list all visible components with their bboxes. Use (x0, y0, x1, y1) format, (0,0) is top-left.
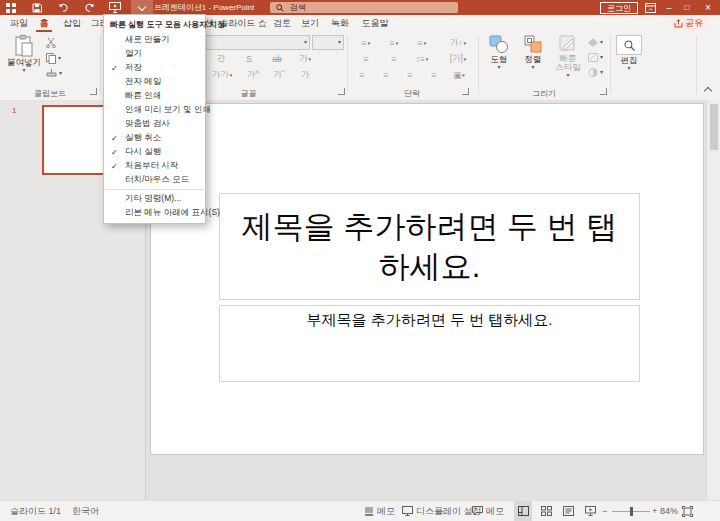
arrange-button[interactable]: 정렬 ▾ (518, 35, 548, 70)
ribbon-display-options-icon[interactable] (644, 2, 656, 13)
paragraph-dialog-launcher[interactable] (462, 88, 469, 95)
powerpoint-window: 프레젠테이션1 - PowerPoint 로그인 – □ × 파일 홈 삽입 그… (0, 0, 720, 521)
drawing-dialog-launcher[interactable] (600, 88, 607, 95)
app-grid-icon[interactable] (5, 2, 17, 13)
align-left-button[interactable]: ≡ (352, 68, 372, 82)
align-center-button[interactable]: ≡ (376, 68, 396, 82)
login-button[interactable]: 로그인 (600, 2, 638, 14)
font-dialog-launcher[interactable] (338, 88, 345, 95)
format-painter-icon[interactable]: ▾ (46, 68, 62, 78)
tab-review[interactable]: 검토 (270, 15, 294, 32)
check-icon: ✓ (111, 64, 118, 73)
qat-menu-header: 빠른 실행 도구 모음 사용자 지정 (104, 15, 205, 33)
menu-item-new[interactable]: 새로 만들기 (104, 33, 205, 47)
undo-icon[interactable] (57, 2, 69, 13)
maximize-button[interactable]: □ (678, 0, 696, 15)
qat-customize-menu: 빠른 실행 도구 모음 사용자 지정 새로 만들기 열기 ✓저장 전자 메일 빠… (103, 14, 206, 224)
change-case-button[interactable]: 가가▾ (208, 68, 236, 82)
menu-item-more-commands[interactable]: 기타 명령(M)... (104, 192, 205, 206)
notes-button[interactable]: 메모 (364, 501, 395, 521)
fit-to-window-button[interactable] (682, 501, 693, 521)
slide[interactable]: 제목을 추가하려면 두 번 탭하세요. 부제목을 추가하려면 두 번 탭하세요. (150, 103, 704, 455)
search-box[interactable] (270, 2, 458, 13)
tab-view[interactable]: 보기 (298, 15, 322, 32)
tab-record[interactable]: 녹화 (328, 15, 352, 32)
decrease-indent-button[interactable]: ≡ (354, 52, 378, 66)
redo-icon[interactable] (83, 2, 95, 13)
menu-item-start-from-beginning[interactable]: ✓처음부터 시작 (104, 159, 205, 173)
title-placeholder[interactable]: 제목을 추가하려면 두 번 탭하세요. (219, 193, 640, 300)
shapes-button[interactable]: 도형 ▾ (484, 35, 514, 70)
zoom-in-button[interactable]: + (652, 501, 657, 521)
comments-button[interactable]: 메모 (472, 501, 504, 521)
text-direction-button[interactable]: 가↓▾ (444, 36, 472, 50)
tab-file[interactable]: 파일 (6, 15, 32, 32)
language-indicator[interactable]: 한국어 (72, 501, 99, 521)
align-text-button[interactable]: [가]▾ (444, 52, 472, 66)
strikethrough-button[interactable]: ab (266, 52, 288, 66)
align-right-button[interactable]: ≡ (400, 68, 420, 82)
menu-item-open[interactable]: 열기 (104, 47, 205, 61)
copy-button[interactable]: ▾ (46, 53, 61, 64)
scrollbar-thumb[interactable] (710, 104, 718, 150)
normal-view-button[interactable] (514, 501, 532, 521)
bullets-button[interactable]: ≡▾ (354, 36, 378, 50)
menu-item-print-preview[interactable]: 인쇄 미리 보기 및 인쇄 (104, 103, 205, 117)
font-size-combobox[interactable]: ▾ (312, 35, 344, 50)
zoom-out-button[interactable]: − (602, 501, 607, 521)
increase-indent-button[interactable]: ≡ (382, 52, 406, 66)
share-icon (674, 19, 683, 28)
save-icon[interactable] (31, 2, 43, 13)
tab-insert[interactable]: 삽입 (58, 15, 86, 32)
slide-sorter-view-button[interactable] (537, 501, 555, 521)
underline-button[interactable]: 간 (210, 52, 232, 66)
shapes-icon (489, 35, 509, 54)
menu-item-save[interactable]: ✓저장 (104, 61, 205, 75)
window-title: 프레젠테이션1 - PowerPoint (148, 0, 260, 15)
line-spacing-button[interactable]: ↕≡▾ (410, 52, 434, 66)
start-from-beginning-icon[interactable] (109, 2, 121, 13)
chevron-down-icon (138, 2, 146, 10)
reading-view-button[interactable] (559, 501, 577, 521)
convert-to-smartart-button[interactable]: ▣▾ (446, 68, 472, 82)
shape-fill-button: ▾ (588, 38, 603, 47)
decrease-font-size-button[interactable]: 가ˇ (268, 68, 290, 82)
clear-formatting-button[interactable]: 가 (294, 68, 316, 82)
menu-item-redo[interactable]: ✓다시 실행 (104, 145, 205, 159)
menu-item-touch-mouse-mode[interactable]: 터치/마우스 모드 (104, 173, 205, 187)
minimize-button[interactable]: – (660, 0, 678, 15)
slide-number: 1 (12, 106, 16, 115)
character-spacing-button[interactable]: 가▾ (292, 52, 318, 66)
menu-item-email[interactable]: 전자 메일 (104, 75, 205, 89)
multilevel-list-button[interactable]: ≡▾ (410, 36, 434, 50)
check-icon: ✓ (111, 162, 118, 171)
slideshow-button[interactable] (581, 501, 599, 521)
vertical-scrollbar[interactable] (706, 100, 720, 500)
search-input[interactable] (288, 2, 442, 13)
close-button[interactable]: × (698, 0, 718, 15)
tab-home[interactable]: 홈 (34, 15, 54, 32)
clipboard-dialog-launcher[interactable] (90, 88, 97, 95)
paste-button[interactable]: 붙여넣기 ▾ (6, 35, 42, 73)
editing-button[interactable]: 편집 ▾ (614, 35, 644, 71)
text-shadow-button[interactable]: S (238, 52, 260, 66)
cut-icon[interactable] (46, 38, 57, 48)
menu-item-show-below-ribbon[interactable]: 리본 메뉴 아래에 표시(S) (104, 206, 205, 220)
menu-item-quick-print[interactable]: 빠른 인쇄 (104, 89, 205, 103)
menu-item-spelling[interactable]: 맞춤법 검사 (104, 117, 205, 131)
zoom-slider-thumb[interactable] (630, 507, 633, 516)
notes-icon (364, 506, 374, 516)
numbering-button[interactable]: ≡▾ (382, 36, 406, 50)
subtitle-placeholder[interactable]: 부제목을 추가하려면 두 번 탭하세요. (219, 305, 640, 382)
check-icon: ✓ (111, 134, 118, 143)
collapse-ribbon-button[interactable] (700, 84, 716, 96)
display-settings-button[interactable]: 디스플레이 설정 (402, 501, 482, 521)
tab-slideshow[interactable]: 슬라이드 쇼 (220, 15, 266, 32)
justify-button[interactable]: ≡ (424, 68, 444, 82)
increase-font-size-button[interactable]: 가^ (242, 68, 264, 82)
menu-item-undo[interactable]: ✓실행 취소 (104, 131, 205, 145)
zoom-level[interactable]: 84% (660, 501, 678, 521)
comments-icon (472, 506, 483, 516)
share-button[interactable]: 공유 (670, 17, 707, 30)
tab-help[interactable]: 도움말 (358, 15, 392, 32)
